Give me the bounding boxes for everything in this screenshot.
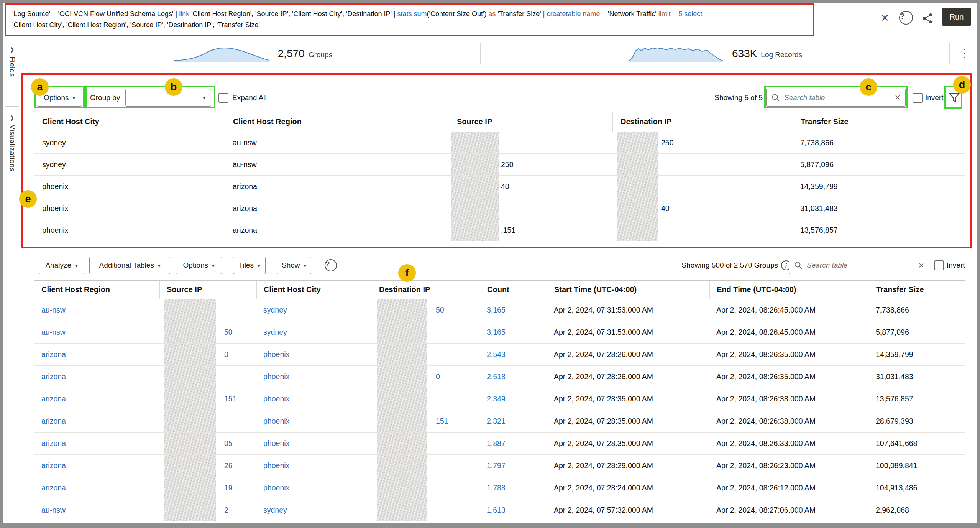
upper-options-button[interactable]: Options ▾: [37, 89, 82, 107]
analyze-button[interactable]: Analyze ▾: [39, 257, 84, 274]
ip-partial-link[interactable]: 2: [224, 506, 228, 515]
ip-partial-link[interactable]: 05: [224, 439, 233, 448]
cell-link[interactable]: 2,518: [487, 372, 506, 381]
lower-options-label: Options: [183, 261, 208, 270]
cell-link[interactable]: sydney: [263, 306, 287, 314]
query-input[interactable]: 'Log Source' = 'OCI VCN Flow Unified Sch…: [6, 5, 813, 35]
table-cell: Apr 2, 2024, 08:27:06.000 AM: [709, 499, 869, 521]
table-cell: phoenix: [256, 344, 372, 365]
cell-link[interactable]: 3,165: [487, 328, 506, 337]
cell-link[interactable]: arizona: [41, 417, 66, 426]
column-header[interactable]: Client Host Region: [34, 281, 159, 299]
cell-link[interactable]: sydney: [263, 506, 287, 515]
ip-partial-link[interactable]: 19: [224, 484, 233, 492]
lower-invert-label: Invert: [947, 261, 965, 270]
column-header[interactable]: Count: [480, 281, 547, 299]
sidebar-panel-fields[interactable]: ❯ Fields: [5, 43, 19, 107]
cell-link[interactable]: phoenix: [263, 350, 289, 359]
table-cell: [372, 433, 480, 454]
log-explorer-page: 'Log Source' = 'OCI VCN Flow Unified Sch…: [0, 0, 980, 528]
expand-all-label: Expand All: [232, 94, 267, 102]
cell-link[interactable]: 3,165: [487, 306, 506, 314]
upper-invert-checkbox[interactable]: [913, 93, 923, 103]
cell-link[interactable]: phoenix: [263, 461, 289, 470]
help-icon[interactable]: ?: [899, 11, 913, 25]
column-header[interactable]: Transfer Size: [793, 112, 965, 132]
lower-search-input[interactable]: [807, 261, 914, 270]
clear-search-icon[interactable]: ✕: [895, 93, 901, 102]
ip-partial-link[interactable]: 50: [224, 328, 233, 337]
additional-tables-button[interactable]: Additional Tables ▾: [89, 257, 170, 274]
column-header[interactable]: Client Host City: [256, 281, 372, 299]
kebab-menu-icon[interactable]: ⋮: [957, 45, 971, 61]
cell-link[interactable]: 1,613: [487, 506, 506, 515]
column-header[interactable]: Destination IP: [612, 112, 793, 132]
cell-link[interactable]: 1,797: [487, 461, 506, 470]
cell-link[interactable]: 1,887: [487, 439, 506, 448]
ip-partial-link[interactable]: 0: [224, 350, 228, 359]
column-header[interactable]: End Time (UTC-04:00): [709, 281, 869, 299]
lower-options-button[interactable]: Options ▾: [176, 257, 222, 274]
tiles-button[interactable]: Tiles ▾: [233, 257, 266, 274]
table-cell: Apr 2, 2024, 08:26:38.000 AM: [709, 410, 869, 432]
ip-partial-link[interactable]: 151: [436, 417, 448, 426]
lower-invert-checkbox[interactable]: [934, 260, 944, 270]
cell-link[interactable]: phoenix: [263, 395, 289, 403]
cell-text: 14,359,799: [876, 350, 913, 359]
column-header[interactable]: Transfer Size: [869, 281, 965, 299]
column-header[interactable]: Destination IP: [372, 281, 480, 299]
cell-link[interactable]: phoenix: [263, 417, 289, 426]
column-header[interactable]: Client Host City: [34, 112, 225, 132]
cell-link[interactable]: arizona: [41, 350, 66, 359]
help-icon[interactable]: ?: [325, 259, 337, 271]
expand-all-checkbox[interactable]: [218, 93, 228, 103]
table-row: phoenixarizona4014,359,799: [34, 176, 965, 197]
network-traffic-table: Client Host CityClient Host RegionSource…: [34, 112, 965, 241]
ip-partial-link[interactable]: 151: [224, 395, 237, 403]
column-header[interactable]: Source IP: [159, 281, 256, 299]
table-cell: [159, 410, 256, 432]
cell-text: phoenix: [42, 204, 68, 213]
cell-link[interactable]: sydney: [263, 328, 287, 337]
show-button[interactable]: Show ▾: [277, 257, 311, 274]
column-header[interactable]: Client Host Region: [225, 112, 449, 132]
sidebar-panel-visualizations[interactable]: ❯ Visualizations: [5, 111, 19, 216]
cell-link[interactable]: 1,788: [487, 484, 506, 492]
redacted-value-block: [451, 132, 499, 153]
cell-link[interactable]: au-nsw: [41, 328, 66, 337]
cell-link[interactable]: 2,543: [487, 350, 506, 359]
cell-link[interactable]: arizona: [41, 372, 66, 381]
share-icon[interactable]: [921, 12, 934, 25]
clear-search-icon[interactable]: ✕: [918, 261, 924, 270]
cell-link[interactable]: arizona: [41, 439, 66, 448]
table-cell: [612, 219, 793, 241]
cell-link[interactable]: arizona: [41, 484, 66, 492]
ip-partial-link[interactable]: 0: [436, 372, 440, 381]
table-cell: Apr 2, 2024, 08:26:45.000 AM: [709, 321, 869, 343]
cell-link[interactable]: 2,321: [487, 417, 506, 426]
ip-partial-link[interactable]: 26: [224, 461, 233, 470]
table-cell: Apr 2, 2024, 08:26:12.000 AM: [709, 477, 869, 499]
column-header[interactable]: Start Time (UTC-04:00): [547, 281, 709, 299]
cell-link[interactable]: au-nsw: [41, 506, 66, 515]
cell-link[interactable]: phoenix: [263, 439, 289, 448]
column-header[interactable]: Source IP: [449, 112, 612, 132]
group-by-dropdown[interactable]: ▾: [125, 89, 211, 107]
filter-icon[interactable]: [947, 90, 962, 105]
query-segment: ('Content Size Out'): [427, 10, 489, 18]
run-button[interactable]: Run: [942, 8, 971, 26]
redacted-value-block: [617, 132, 658, 153]
cell-link[interactable]: phoenix: [263, 372, 289, 381]
table-row: sydneyau-nsw2505,877,096: [34, 154, 965, 176]
cell-link[interactable]: 2,349: [487, 395, 506, 403]
cell-link[interactable]: phoenix: [263, 484, 289, 492]
cell-link[interactable]: au-nsw: [41, 306, 66, 314]
table-cell: 151: [372, 410, 480, 432]
cell-link[interactable]: arizona: [41, 461, 66, 470]
ip-partial-link[interactable]: 50: [436, 306, 444, 314]
cell-text: sydney: [42, 138, 66, 147]
upper-search-input[interactable]: [784, 94, 891, 102]
close-icon[interactable]: ✕: [878, 11, 892, 25]
cell-text: Apr 2, 2024, 07:28:26.000 AM: [554, 372, 653, 381]
cell-link[interactable]: arizona: [41, 395, 66, 403]
